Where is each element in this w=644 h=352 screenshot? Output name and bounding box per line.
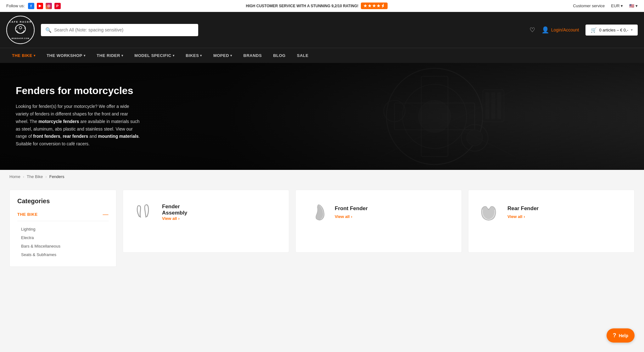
breadcrumb-sep-1: › xyxy=(23,174,24,179)
sidebar-section-label: THE BIKE xyxy=(17,212,38,217)
rear-fender-image xyxy=(478,201,500,223)
sidebar-section-the-bike[interactable]: THE BIKE — xyxy=(17,211,109,221)
nav-item-the-bike[interactable]: THE BIKE ▾ xyxy=(6,48,41,63)
login-button[interactable]: 👤 Login/Account xyxy=(541,26,579,34)
rear-fender-name: Rear Fender xyxy=(507,205,539,212)
nav-label-moped: MOPED xyxy=(213,53,229,58)
logo-top-text: CAFE RACER xyxy=(9,20,32,23)
nav-label-bikes: BIKES xyxy=(186,53,199,58)
svg-point-1 xyxy=(19,26,22,29)
promo-banner: HIGH CUSTOMER SERVICE WITH A STUNNING 9,… xyxy=(246,3,388,9)
category-card-fender-assembly: FenderAssembly View all › xyxy=(123,190,289,253)
rear-fender-thumb xyxy=(476,199,501,225)
login-label: Login/Account xyxy=(551,27,579,32)
header: CAFE RACER WEBSHOP.COM 🔍 ♡ 👤 Login/Accou… xyxy=(0,12,644,48)
nav-arrow-the-workshop: ▾ xyxy=(84,54,86,57)
nav-arrow-the-bike: ▾ xyxy=(34,54,36,57)
currency-selector[interactable]: EUR ▾ xyxy=(611,3,623,8)
nav-item-sale[interactable]: SALE xyxy=(291,48,314,63)
rear-fender-inner: Rear Fender View all › xyxy=(476,199,539,225)
nav-item-model-specific[interactable]: MODEL SPECIFIC ▾ xyxy=(129,48,180,63)
sidebar-item-seats[interactable]: Seats & Subframes xyxy=(17,250,109,259)
star-1: ★ xyxy=(363,3,367,8)
nav-item-blog[interactable]: BLOG xyxy=(267,48,291,63)
account-icon: 👤 xyxy=(541,26,549,34)
nav-item-the-workshop[interactable]: THE WORKSHOP ▾ xyxy=(41,48,91,63)
nav-label-brands: BRANDS xyxy=(244,53,262,58)
sidebar-title: Categories xyxy=(17,198,109,205)
sidebar-items-list: Lighting Electra Bars & Miscellaneous Se… xyxy=(17,225,109,259)
wishlist-button[interactable]: ♡ xyxy=(529,26,535,34)
fender-assembly-thumb xyxy=(131,199,156,225)
nav-arrow-model-specific: ▾ xyxy=(173,54,175,57)
nav-item-moped[interactable]: MOPED ▾ xyxy=(208,48,238,63)
nav-label-model-specific: MODEL SPECIFIC xyxy=(134,53,171,58)
view-all-arrow-1: › xyxy=(178,216,179,221)
pinterest-icon[interactable]: P xyxy=(54,3,61,9)
nav-label-sale: SALE xyxy=(297,53,309,58)
fender-assembly-name: FenderAssembly xyxy=(162,204,187,216)
logo[interactable]: CAFE RACER WEBSHOP.COM xyxy=(6,16,35,44)
hero-title: Fenders for motorcycles xyxy=(16,85,142,97)
nav-arrow-moped: ▾ xyxy=(230,54,232,57)
categories-sidebar: Categories THE BIKE — Lighting Electra B… xyxy=(9,190,116,267)
breadcrumb-sep-2: › xyxy=(45,174,47,179)
breadcrumb-home[interactable]: Home xyxy=(9,174,20,179)
breadcrumb: Home › The Bike › Fenders xyxy=(0,170,644,183)
nav-arrow-the-rider: ▾ xyxy=(121,54,123,57)
customer-service-link[interactable]: Customer service xyxy=(573,3,605,8)
hero-content: Fenders for motorcycles Looking for fend… xyxy=(0,66,157,167)
front-fender-view-all[interactable]: View all › xyxy=(335,214,368,219)
fender-assembly-info: FenderAssembly View all › xyxy=(162,204,187,221)
rear-fender-info: Rear Fender View all › xyxy=(507,205,539,219)
nav-label-the-bike: THE BIKE xyxy=(12,53,32,58)
front-fender-info: Front Fender View all › xyxy=(335,205,368,219)
follow-label: Follow us: xyxy=(6,3,25,8)
facebook-icon[interactable]: f xyxy=(28,3,34,9)
search-icon: 🔍 xyxy=(45,27,52,33)
category-card-front-fender: Front Fender View all › xyxy=(295,190,462,253)
breadcrumb-the-bike[interactable]: The Bike xyxy=(27,174,43,179)
cart-label: 0 articles – € 0,- xyxy=(599,28,629,32)
search-input[interactable] xyxy=(54,27,194,32)
star-3: ★ xyxy=(372,3,376,8)
view-all-arrow-3: › xyxy=(524,214,525,219)
cart-dropdown-arrow: ▾ xyxy=(631,28,633,32)
logo-helmet-icon xyxy=(14,24,27,37)
instagram-icon[interactable]: ◎ xyxy=(46,3,52,9)
star-2: ★ xyxy=(368,3,372,8)
rear-fender-view-all[interactable]: View all › xyxy=(507,214,539,219)
front-fender-image xyxy=(305,201,327,223)
sidebar-collapse-icon: — xyxy=(103,211,109,218)
fender-assembly-inner: FenderAssembly View all › xyxy=(131,199,187,225)
nav-item-bikes[interactable]: BIKES ▾ xyxy=(180,48,208,63)
top-bar: Follow us: f ▶ ◎ P HIGH CUSTOMER SERVICE… xyxy=(0,0,644,12)
top-bar-left: Follow us: f ▶ ◎ P xyxy=(6,3,61,9)
search-bar[interactable]: 🔍 xyxy=(41,24,198,36)
fender-assembly-image xyxy=(132,201,154,223)
fender-assembly-view-all[interactable]: View all › xyxy=(162,216,187,221)
nav-label-the-workshop: THE WORKSHOP xyxy=(47,53,82,58)
social-icons: f ▶ ◎ P xyxy=(28,3,61,9)
nav-item-brands[interactable]: BRANDS xyxy=(238,48,268,63)
front-fender-thumb xyxy=(303,199,328,225)
sidebar-item-electra[interactable]: Electra xyxy=(17,233,109,242)
view-all-arrow-2: › xyxy=(351,214,352,219)
language-selector[interactable]: 🇺🇸 ▾ xyxy=(629,3,638,8)
rating-badge: ★ ★ ★ ★ ⯨ xyxy=(361,3,388,9)
main-content: Categories THE BIKE — Lighting Electra B… xyxy=(0,183,644,273)
front-fender-inner: Front Fender View all › xyxy=(303,199,368,225)
hero-description: Looking for fender(s) for your motorcycl… xyxy=(16,103,142,148)
sidebar-item-lighting[interactable]: Lighting xyxy=(17,225,109,233)
star-4: ★ xyxy=(377,3,380,8)
main-nav: THE BIKE ▾ THE WORKSHOP ▾ THE RIDER ▾ MO… xyxy=(0,48,644,63)
star-half: ⯨ xyxy=(381,3,385,8)
sidebar-item-bars[interactable]: Bars & Miscellaneous xyxy=(17,242,109,250)
header-right: ♡ 👤 Login/Account 🛒 0 articles – € 0,- ▾ xyxy=(529,25,638,36)
cart-button[interactable]: 🛒 0 articles – € 0,- ▾ xyxy=(585,25,638,36)
nav-arrow-bikes: ▾ xyxy=(200,54,202,57)
top-bar-right: Customer service EUR ▾ 🇺🇸 ▾ xyxy=(573,3,638,8)
cart-icon: 🛒 xyxy=(591,27,597,33)
youtube-icon[interactable]: ▶ xyxy=(37,3,43,9)
nav-item-the-rider[interactable]: THE RIDER ▾ xyxy=(91,48,129,63)
